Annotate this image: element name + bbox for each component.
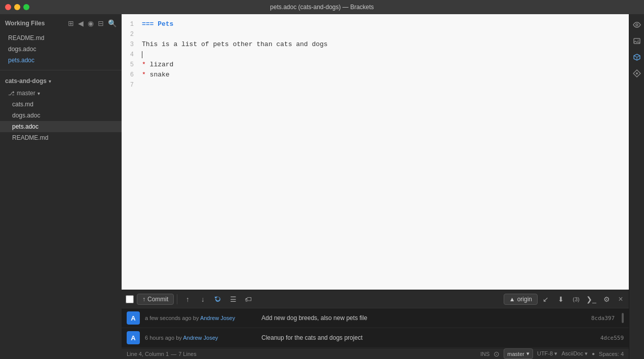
commit-history: A a few seconds ago by Andrew Josey Add …	[122, 308, 629, 348]
commits-count-label: (3)	[573, 296, 579, 302]
syntax-label[interactable]: AsciiDoc ▾	[561, 350, 588, 357]
tag-button[interactable]: 🏷	[241, 292, 255, 306]
right-panel	[629, 14, 644, 359]
image-icon[interactable]	[631, 35, 642, 47]
project-file-dogs[interactable]: dogs.adoc	[0, 110, 122, 121]
extension-icon[interactable]	[631, 52, 642, 63]
select-all-checkbox[interactable]	[126, 295, 134, 303]
git-settings-button[interactable]: ⚙	[599, 292, 614, 306]
project-header[interactable]: cats-and-dogs ▾	[0, 74, 122, 88]
commits-count-button[interactable]: (3)	[569, 292, 583, 306]
line-num-3: 3	[122, 39, 142, 50]
window-title: pets.adoc (cats-and-dogs) — Brackets	[270, 4, 374, 11]
commit-button[interactable]: ↑ Commit	[137, 294, 174, 305]
project-file-pets[interactable]: pets.adoc	[0, 121, 122, 132]
project-files-list: cats.md dogs.adoc pets.adoc README.md	[0, 99, 122, 143]
project-file-cats[interactable]: cats.md	[0, 99, 122, 110]
commit-message-1: Add new dog breeds, also new pets file	[261, 314, 586, 322]
encoding-label[interactable]: UTF-8 ▾	[537, 350, 557, 357]
commit-avatar-1: A	[127, 311, 140, 325]
navigate-back-icon[interactable]: ◀	[78, 19, 84, 27]
sync-button[interactable]	[211, 292, 225, 306]
line-content-3: This is a list of pets other than cats a…	[142, 39, 328, 50]
show-in-tree-icon[interactable]: ⊞	[68, 19, 74, 27]
push-down-button[interactable]: ↓	[196, 292, 210, 306]
working-files-label: Working Files	[5, 20, 45, 27]
branch-header[interactable]: ⎇ master ▾	[0, 88, 122, 99]
scroll-indicator	[622, 313, 624, 323]
working-files-list: README.md dogs.adoc pets.adoc	[0, 32, 122, 66]
commit-label: Commit	[147, 296, 168, 303]
branch-indicator-caret: ▾	[526, 350, 529, 357]
line-content-5: * lizard	[142, 60, 173, 70]
pull-button[interactable]: ↙	[539, 292, 553, 306]
commit-row-2[interactable]: A 6 hours ago by Andrew Josey Cleanup fo…	[122, 328, 629, 348]
maximize-window-button[interactable]	[23, 4, 29, 10]
origin-button[interactable]: ▲ origin	[504, 294, 538, 305]
commit-by-1: by	[193, 315, 200, 321]
fetch-button[interactable]: ⬇	[554, 292, 568, 306]
cursor-pos-text: Line 4, Column 1	[127, 351, 169, 357]
working-file-dogs[interactable]: dogs.adoc	[0, 44, 122, 55]
github-icon[interactable]: ⊙	[494, 350, 500, 358]
sidebar-header-actions: ⊞ ◀ ◉ ⊟ 🔍	[68, 19, 117, 27]
code-line-5: 5 * lizard	[122, 60, 629, 70]
history-button[interactable]: ☰	[226, 292, 240, 306]
project-file-readme[interactable]: README.md	[0, 132, 122, 143]
commit-row-1[interactable]: A a few seconds ago by Andrew Josey Add …	[122, 308, 629, 328]
terminal-button[interactable]: ❯_	[584, 292, 598, 306]
code-line-2: 2	[122, 29, 629, 39]
close-window-button[interactable]	[5, 4, 11, 10]
editor-content[interactable]: 1 === Pets 2 3 This is a list of pets ot…	[122, 14, 629, 290]
status-bar: Line 4, Column 1 — 7 Lines INS ⊙ master …	[122, 348, 629, 359]
code-line-6: 6 * snake	[122, 70, 629, 80]
branch-indicator[interactable]: master ▾	[504, 348, 533, 359]
status-sep-1: —	[171, 351, 176, 357]
code-line-3: 3 This is a list of pets other than cats…	[122, 39, 629, 50]
git-bar-separator-1	[177, 294, 177, 304]
commit-meta-1: a few seconds ago by Andrew Josey	[145, 315, 256, 321]
sidebar: Working Files ⊞ ◀ ◉ ⊟ 🔍 README.md dogs.a…	[0, 14, 122, 359]
origin-label: origin	[517, 296, 532, 303]
git-close-button[interactable]: ×	[615, 293, 627, 305]
working-file-readme[interactable]: README.md	[0, 32, 122, 44]
navigate-forward-icon[interactable]: ◉	[88, 19, 94, 27]
commit-by-2: by	[176, 335, 183, 341]
working-file-pets[interactable]: pets.adoc	[0, 55, 122, 66]
project-name: cats-and-dogs	[5, 77, 47, 85]
git-bar-right: ▲ origin ↙ ⬇ (3) ❯_ ⚙ ×	[504, 292, 627, 306]
window-controls	[5, 4, 29, 10]
search-icon[interactable]: 🔍	[108, 19, 117, 27]
line-num-4: 4	[122, 50, 142, 60]
origin-up-icon: ▲	[509, 296, 515, 303]
svg-point-0	[636, 24, 638, 26]
branch-indicator-name: master	[507, 351, 524, 357]
line-num-5: 5	[122, 60, 142, 70]
project-caret-icon: ▾	[49, 78, 51, 84]
commit-message-2: Cleanup for the cats and dogs project	[261, 334, 595, 341]
minimize-window-button[interactable]	[14, 4, 20, 10]
line-num-2: 2	[122, 29, 142, 39]
live-preview-icon[interactable]	[631, 19, 642, 30]
line-content-1: === Pets	[142, 19, 173, 29]
push-up-button[interactable]: ↑	[180, 292, 195, 306]
editor-area: 1 === Pets 2 3 This is a list of pets ot…	[122, 14, 629, 290]
line-num-6: 6	[122, 70, 142, 80]
code-line-1: 1 === Pets	[122, 19, 629, 29]
code-line-4: 4	[122, 50, 629, 60]
split-icon[interactable]: ⊟	[98, 19, 104, 27]
spaces-label: Spaces: 4	[599, 351, 624, 357]
titlebar: pets.adoc (cats-and-dogs) — Brackets	[0, 0, 644, 14]
commit-author-1: Andrew Josey	[200, 315, 235, 321]
bullet-icon: ●	[592, 351, 595, 356]
git-diamond-icon[interactable]	[631, 68, 642, 79]
commit-meta-2: 6 hours ago by Andrew Josey	[145, 335, 256, 341]
commit-time-1: a few seconds ago	[145, 315, 193, 321]
sidebar-divider	[0, 70, 122, 70]
ins-mode: INS	[480, 351, 489, 357]
commit-avatar-2: A	[127, 331, 140, 344]
line-num-1: 1	[122, 19, 142, 29]
commit-arrow-icon: ↑	[142, 296, 145, 303]
svg-point-2	[637, 40, 638, 41]
commit-author-2: Andrew Josey	[183, 335, 218, 341]
